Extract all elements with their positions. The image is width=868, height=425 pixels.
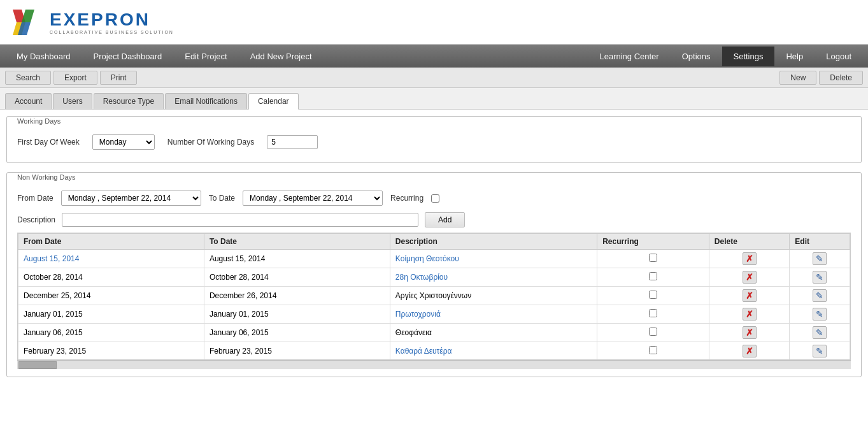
col-description: Description xyxy=(390,234,597,250)
delete-icon[interactable]: ✗ xyxy=(743,252,757,265)
first-day-select[interactable]: Monday Tuesday Wednesday Thursday Friday… xyxy=(92,134,155,150)
cell-recurring[interactable] xyxy=(597,287,709,305)
cell-delete[interactable]: ✗ xyxy=(709,268,789,287)
cell-delete[interactable]: ✗ xyxy=(709,342,789,361)
print-button[interactable]: Print xyxy=(100,71,138,85)
cell-to-date: January 06, 2015 xyxy=(204,324,390,342)
recurring-row-checkbox[interactable] xyxy=(649,346,657,354)
cell-from-date: January 01, 2015 xyxy=(18,305,204,324)
table-row: October 28, 2014October 28, 201428η Οκτω… xyxy=(18,268,850,287)
recurring-checkbox[interactable] xyxy=(431,194,439,203)
tab-account[interactable]: Account xyxy=(5,93,52,109)
table-row: January 01, 2015January 01, 2015Πρωτοχρο… xyxy=(18,305,850,324)
delete-icon[interactable]: ✗ xyxy=(743,289,757,302)
nav-item-my-dashboard[interactable]: My Dashboard xyxy=(5,47,82,66)
recurring-row-checkbox[interactable] xyxy=(649,309,657,317)
from-date-link[interactable]: August 15, 2014 xyxy=(24,254,79,263)
num-days-input[interactable] xyxy=(267,135,318,149)
add-button[interactable]: Add xyxy=(425,212,465,227)
tab-calendar[interactable]: Calendar xyxy=(248,93,299,110)
recurring-row-checkbox[interactable] xyxy=(649,254,657,262)
table-row: January 06, 2015January 06, 2015Θεοφάνει… xyxy=(18,324,850,342)
edit-icon[interactable]: ✎ xyxy=(813,289,827,302)
content-area: Working Days First Day Of Week Monday Tu… xyxy=(0,110,868,425)
header: EXEPRON COLLABORATIVE BUSINESS SOLUTION xyxy=(0,0,868,45)
nav-item-logout[interactable]: Logout xyxy=(815,47,863,66)
nav-item-project-dashboard[interactable]: Project Dashboard xyxy=(82,47,174,66)
nav-item-settings[interactable]: Settings xyxy=(722,47,775,66)
nav-item-edit-project[interactable]: Edit Project xyxy=(173,47,238,66)
new-button[interactable]: New xyxy=(779,71,816,85)
description-input[interactable] xyxy=(62,213,418,227)
cell-edit[interactable]: ✎ xyxy=(790,250,850,268)
col-from-date: From Date xyxy=(18,234,204,250)
cell-recurring[interactable] xyxy=(597,342,709,361)
tab-resource-type[interactable]: Resource Type xyxy=(94,93,164,109)
non-working-days-table-wrapper[interactable]: From Date To Date Description Recurring … xyxy=(17,233,851,360)
cell-edit[interactable]: ✎ xyxy=(790,324,850,342)
description-text: Πρωτοχρονιά xyxy=(395,310,441,319)
non-working-days-title: Non Working Days xyxy=(13,173,80,181)
search-button[interactable]: Search xyxy=(5,71,51,85)
cell-to-date: December 26, 2014 xyxy=(204,287,390,305)
tab-users[interactable]: Users xyxy=(53,93,92,109)
edit-icon[interactable]: ✎ xyxy=(813,326,827,339)
logo-name: EXEPRON xyxy=(50,10,174,30)
delete-icon[interactable]: ✗ xyxy=(743,345,757,357)
cell-edit[interactable]: ✎ xyxy=(790,305,850,324)
description-label: Description xyxy=(17,215,55,224)
from-date-select[interactable]: Monday , September 22, 2014 xyxy=(61,191,201,206)
cell-description: Αργίες Χριστουγέννων xyxy=(390,287,597,305)
cell-edit[interactable]: ✎ xyxy=(790,268,850,287)
tabs-area: Account Users Resource Type Email Notifi… xyxy=(0,88,868,110)
logo-icon xyxy=(8,6,46,38)
col-edit: Edit xyxy=(790,234,850,250)
nav-item-help[interactable]: Help xyxy=(774,47,815,66)
recurring-row-checkbox[interactable] xyxy=(649,272,657,280)
h-scroll-thumb[interactable] xyxy=(18,361,57,369)
tab-email-notifications[interactable]: Email Notifications xyxy=(165,93,247,109)
delete-icon[interactable]: ✗ xyxy=(743,326,757,339)
delete-icon[interactable]: ✗ xyxy=(743,271,757,284)
cell-description: Πρωτοχρονιά xyxy=(390,305,597,324)
logo-subtitle: COLLABORATIVE BUSINESS SOLUTION xyxy=(50,30,174,34)
recurring-row-checkbox[interactable] xyxy=(649,328,657,336)
cell-edit[interactable]: ✎ xyxy=(790,342,850,361)
recurring-row-checkbox[interactable] xyxy=(649,291,657,299)
delete-button[interactable]: Delete xyxy=(819,71,863,85)
table-row: February 23, 2015February 23, 2015Καθαρά… xyxy=(18,342,850,361)
cell-recurring[interactable] xyxy=(597,324,709,342)
export-button[interactable]: Export xyxy=(53,71,97,85)
cell-to-date: February 23, 2015 xyxy=(204,342,390,361)
cell-delete[interactable]: ✗ xyxy=(709,305,789,324)
cell-from-date[interactable]: August 15, 2014 xyxy=(18,250,204,268)
cell-to-date: October 28, 2014 xyxy=(204,268,390,287)
cell-recurring[interactable] xyxy=(597,268,709,287)
cell-delete[interactable]: ✗ xyxy=(709,287,789,305)
edit-icon[interactable]: ✎ xyxy=(813,271,827,284)
recurring-label: Recurring xyxy=(390,194,423,203)
cell-delete[interactable]: ✗ xyxy=(709,250,789,268)
cell-to-date: August 15, 2014 xyxy=(204,250,390,268)
cell-description: Καθαρά Δευτέρα xyxy=(390,342,597,361)
to-date-select[interactable]: Monday , September 22, 2014 xyxy=(243,191,383,206)
horizontal-scrollbar[interactable] xyxy=(17,360,851,369)
toolbar: Search Export Print New Delete xyxy=(0,68,868,88)
nav-item-add-new-project[interactable]: Add New Project xyxy=(239,47,324,66)
cell-recurring[interactable] xyxy=(597,250,709,268)
cell-delete[interactable]: ✗ xyxy=(709,324,789,342)
delete-icon[interactable]: ✗ xyxy=(743,308,757,321)
nav-item-options[interactable]: Options xyxy=(671,47,722,66)
logo-text-area: EXEPRON COLLABORATIVE BUSINESS SOLUTION xyxy=(50,10,174,34)
edit-icon[interactable]: ✎ xyxy=(813,252,827,265)
working-days-section: Working Days First Day Of Week Monday Tu… xyxy=(6,116,862,163)
non-working-days-table: From Date To Date Description Recurring … xyxy=(18,233,850,360)
edit-icon[interactable]: ✎ xyxy=(813,308,827,321)
from-date-label: From Date xyxy=(17,194,53,203)
nav-item-learning-center[interactable]: Learning Center xyxy=(588,47,670,66)
cell-edit[interactable]: ✎ xyxy=(790,287,850,305)
edit-icon[interactable]: ✎ xyxy=(813,345,827,357)
cell-recurring[interactable] xyxy=(597,305,709,324)
cell-to-date: January 01, 2015 xyxy=(204,305,390,324)
description-text: 28η Οκτωβρίου xyxy=(395,273,448,282)
